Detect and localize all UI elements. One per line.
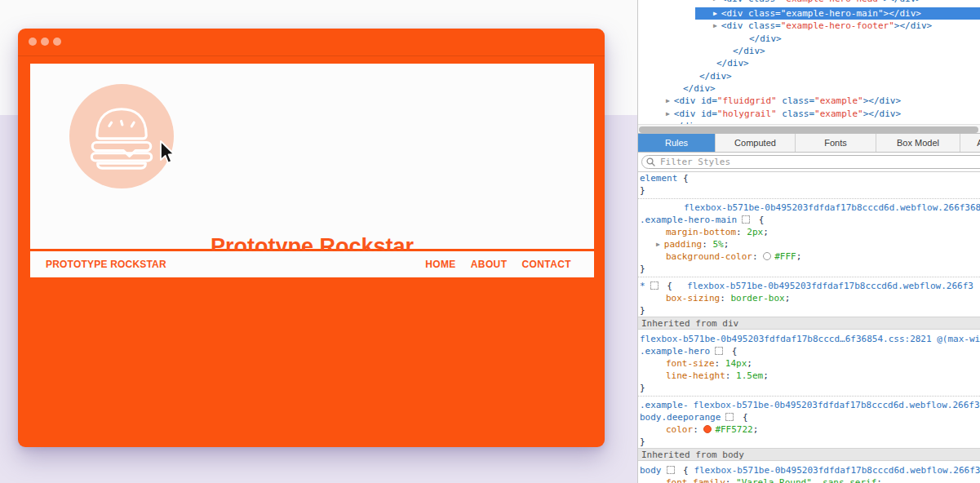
css-rule-line[interactable]: ▶padding: 5%; (638, 238, 980, 250)
tab-box-model[interactable]: Box Model (876, 134, 960, 152)
code-token: } (640, 305, 645, 316)
search-icon (646, 157, 655, 166)
markup-row[interactable]: ▶<div class="example-hero-footer"></div> (638, 20, 980, 32)
css-rule-line[interactable]: font-size: 14px; (638, 357, 980, 370)
expander-icon[interactable]: ▶ (713, 0, 717, 2)
code-token: ; (753, 424, 759, 435)
stylesheet-link[interactable]: flexbox-b571be-0b495203fdfdaf17b8cccd6d.… (684, 202, 980, 213)
markup-row-text: </div> (733, 45, 765, 57)
mouse-cursor-icon (157, 140, 176, 166)
code-token: </div> (733, 46, 765, 56)
code-token: : (725, 477, 736, 483)
code-token: { (662, 281, 672, 291)
tab-computed[interactable]: Computed (715, 134, 795, 152)
markup-row-text: ▶<div id="fluidgrid" class="example"></d… (666, 95, 901, 107)
css-rule-line[interactable]: flexbox-b571be-0b495203fdfdaf17b8cccd6d.… (638, 202, 980, 214)
tab-rules[interactable]: Rules (638, 134, 715, 152)
css-rule-line[interactable]: } (638, 184, 980, 197)
element-picker-icon[interactable] (667, 466, 675, 474)
markup-row[interactable]: </div> (638, 70, 980, 82)
element-picker-icon[interactable] (725, 413, 734, 421)
markup-row[interactable]: ▶<div class="example-hero-head"></div> (638, 0, 980, 5)
css-rule-line[interactable]: color: #FF5722; (638, 423, 980, 436)
rule-separator (638, 275, 980, 280)
horizontal-scrollbar-track[interactable] (638, 124, 980, 133)
css-rule-line[interactable]: font-family: "Varela Round", sans-serif; (638, 476, 980, 483)
expander-icon[interactable]: ▶ (666, 110, 670, 117)
expander-icon[interactable]: ▶ (713, 22, 717, 29)
nav-link-home[interactable]: HOME (425, 259, 456, 270)
nav-link-contact[interactable]: CONTACT (521, 259, 571, 270)
expander-icon[interactable]: ▶ (666, 97, 670, 104)
markup-row-text: </div> (716, 57, 749, 69)
element-picker-icon[interactable] (742, 215, 750, 224)
filter-styles-input[interactable] (659, 156, 931, 168)
window-controls (29, 38, 61, 46)
css-rule-line[interactable]: .example-hero { (638, 345, 980, 357)
code-token: <div (721, 0, 748, 4)
markup-row[interactable]: ▶<div id="fluidgrid" class="example"></d… (638, 95, 980, 107)
code-token: ; (763, 227, 769, 237)
stylesheet-link[interactable]: flexbox-b571be-0b495203fdfdaf17b8cccd6d.… (694, 465, 980, 476)
code-token: class= (748, 0, 781, 4)
horizontal-scrollbar-thumb[interactable] (639, 126, 978, 133)
color-swatch[interactable] (763, 252, 771, 260)
rule-separator (638, 197, 980, 202)
stylesheet-link[interactable]: flexbox-b571be-0b495203fdfdaf17b8cccd6d.… (687, 281, 973, 291)
markup-row-text: ▶<div id="holygrail" class="example"></d… (666, 108, 901, 120)
window-titlebar (18, 29, 605, 56)
css-rule-line[interactable]: line-height: 1.5em; (638, 370, 980, 382)
css-rule-line[interactable]: .example-hero-main { (638, 214, 980, 226)
css-rule-line[interactable]: margin-bottom: 2px; (638, 226, 980, 238)
css-rule-line[interactable]: body { flexbox-b571be-0b495203fdfdaf17b8… (638, 464, 980, 476)
filter-styles-box[interactable] (641, 155, 980, 169)
tab-animations[interactable]: Animations (960, 134, 980, 152)
css-rule: flexbox-b571be-0b495203fdfdaf17b8cccd…6f… (638, 333, 980, 394)
code-token: id= (701, 109, 717, 119)
css-rule-line[interactable]: box-sizing: border-box; (638, 292, 980, 304)
css-rule-line[interactable]: * {flexbox-b571be-0b495203fdfdaf17b8cccd… (638, 280, 980, 292)
code-token: font-family (666, 477, 725, 483)
code-token: ; (724, 239, 729, 250)
expander-icon[interactable]: ▶ (656, 241, 660, 248)
markup-row[interactable]: </div> (638, 33, 980, 45)
markup-row[interactable]: </div> (638, 57, 980, 69)
css-rule-line[interactable]: } (638, 382, 980, 394)
color-swatch[interactable] (703, 425, 712, 433)
element-picker-icon[interactable] (650, 281, 659, 290)
css-rule-line[interactable]: background-color: #FFF; (638, 250, 980, 263)
code-token: </div> (716, 58, 749, 69)
css-rule-line[interactable]: } (638, 304, 980, 317)
code-token: #FFF (774, 251, 796, 262)
code-token: : (752, 251, 763, 262)
code-token: } (640, 185, 645, 196)
css-rule-line[interactable]: flexbox-b571be-0b495203fdfdaf17b8cccd…6f… (638, 333, 980, 345)
code-token: "example" (814, 109, 863, 119)
code-token: { (677, 173, 688, 184)
code-token: background-color (666, 251, 752, 262)
element-picker-icon[interactable] (715, 347, 723, 355)
tab-fonts[interactable]: Fonts (795, 134, 876, 152)
css-rule: * {flexbox-b571be-0b495203fdfdaf17b8cccd… (638, 280, 980, 317)
css-rule-line[interactable]: body.deeporange { (638, 411, 980, 423)
markup-row-selected[interactable]: ▶<div class="example-hero-main"></div> (638, 7, 980, 20)
code-token: ; (785, 293, 791, 304)
css-rule-line[interactable]: element { (638, 172, 980, 184)
css-rule-line[interactable]: } (638, 436, 980, 448)
code-token: "example-hero-head" (781, 0, 884, 4)
expander-icon[interactable]: ▶ (713, 10, 717, 17)
markup-row[interactable]: ▶<div id="holygrail" class="example"></d… (638, 108, 980, 120)
stylesheet-link[interactable]: flexbox-b571be-0b495203fdfdaf17b8cccd…6f… (640, 334, 980, 344)
devtools-panel: ▶<div class="example-hero-head"></div>▶<… (637, 0, 980, 483)
stylesheet-link[interactable]: flexbox-b571be-0b495203fdfdaf17b8cccd6d.… (694, 400, 980, 410)
code-token: <div (674, 95, 701, 106)
css-rule-line[interactable]: .example-flexbox-b571be-0b495203fdfdaf17… (638, 399, 980, 411)
markup-row[interactable]: </div> (638, 45, 980, 57)
code-token: body (640, 465, 662, 476)
code-token: box-sizing (666, 293, 720, 304)
nav-link-about[interactable]: ABOUT (471, 259, 508, 270)
code-token: class= (748, 8, 781, 19)
markup-row[interactable]: </div> (638, 82, 980, 95)
code-token: } (640, 264, 645, 274)
css-rule-line[interactable]: } (638, 263, 980, 275)
